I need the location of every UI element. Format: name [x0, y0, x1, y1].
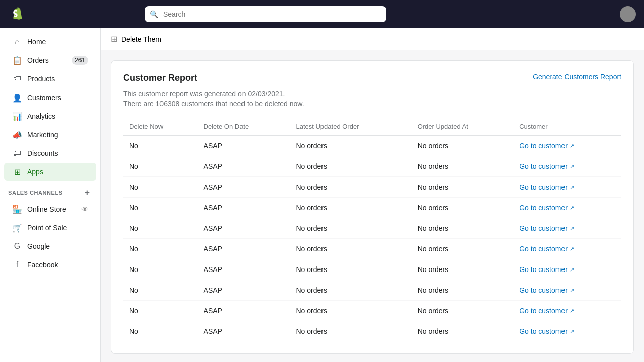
table-row: No ASAP No orders No orders Go to custom… — [123, 301, 621, 321]
cell-delete-now: No — [123, 301, 198, 321]
external-link-icon: ↗ — [570, 163, 574, 170]
sales-channels-header: SALES CHANNELS + — [0, 182, 100, 200]
cell-latest-updated-order: No orders — [290, 301, 411, 321]
col-header-customer: Customer — [513, 118, 621, 136]
cell-customer-link[interactable]: Go to customer ↗ — [513, 301, 621, 321]
sidebar-label-facebook: Facebook — [27, 261, 58, 269]
cell-customer-link[interactable]: Go to customer ↗ — [513, 218, 621, 239]
add-sales-channel-button[interactable]: + — [82, 188, 92, 198]
topbar-actions — [620, 6, 636, 22]
generate-report-link[interactable]: Generate Customers Report — [533, 73, 621, 81]
pos-icon: 🛒 — [12, 223, 22, 233]
shopify-logo — [8, 6, 24, 22]
cell-delete-on-date: ASAP — [198, 301, 290, 321]
orders-icon: 📋 — [12, 55, 22, 65]
sidebar-label-products: Products — [27, 75, 55, 83]
sidebar-item-discounts[interactable]: 🏷 Discounts — [4, 144, 96, 162]
cell-delete-on-date: ASAP — [198, 239, 290, 259]
go-to-customer-link[interactable]: Go to customer ↗ — [519, 245, 615, 253]
cell-customer-link[interactable]: Go to customer ↗ — [513, 280, 621, 301]
cell-delete-now: No — [123, 259, 198, 280]
table-row: No ASAP No orders No orders Go to custom… — [123, 218, 621, 239]
sidebar-item-home[interactable]: ⌂ Home — [4, 33, 96, 51]
col-header-delete-now: Delete Now — [123, 118, 198, 136]
cell-delete-on-date: ASAP — [198, 136, 290, 156]
sidebar-item-online-store[interactable]: 🏪 Online Store 👁 — [4, 200, 96, 218]
go-to-customer-link[interactable]: Go to customer ↗ — [519, 183, 615, 191]
sidebar-item-analytics[interactable]: 📊 Analytics — [4, 107, 96, 125]
table-row: No ASAP No orders No orders Go to custom… — [123, 177, 621, 198]
external-link-icon: ↗ — [570, 328, 574, 335]
cell-customer-link[interactable]: Go to customer ↗ — [513, 198, 621, 218]
go-to-customer-link[interactable]: Go to customer ↗ — [519, 204, 615, 212]
customer-table: Delete Now Delete On Date Latest Updated… — [123, 118, 621, 341]
col-header-order-updated-at: Order Updated At — [412, 118, 514, 136]
sidebar-item-orders[interactable]: 📋 Orders 261 — [4, 51, 96, 69]
external-link-icon: ↗ — [570, 266, 574, 273]
external-link-icon: ↗ — [570, 143, 574, 149]
cell-order-updated-at: No orders — [412, 136, 514, 156]
cell-order-updated-at: No orders — [412, 321, 514, 342]
external-link-icon: ↗ — [570, 205, 574, 211]
sidebar-item-products[interactable]: 🏷 Products — [4, 70, 96, 88]
sidebar-label-online-store: Online Store — [27, 205, 66, 213]
search-bar[interactable]: 🔍 — [145, 6, 386, 22]
cell-delete-now: No — [123, 239, 198, 259]
online-store-visibility-icon: 👁 — [81, 205, 88, 213]
external-link-icon: ↗ — [570, 308, 574, 314]
go-to-customer-link[interactable]: Go to customer ↗ — [519, 265, 615, 274]
main-content: ⊞ Delete Them Customer Report Generate C… — [101, 28, 644, 362]
cell-customer-link[interactable]: Go to customer ↗ — [513, 136, 621, 156]
sidebar-label-apps: Apps — [27, 168, 43, 176]
go-to-customer-link[interactable]: Go to customer ↗ — [519, 162, 615, 170]
go-to-customer-link[interactable]: Go to customer ↗ — [519, 142, 615, 150]
sidebar-item-pos[interactable]: 🛒 Point of Sale — [4, 219, 96, 237]
topbar: 🔍 — [0, 0, 644, 28]
cell-customer-link[interactable]: Go to customer ↗ — [513, 321, 621, 342]
customers-icon: 👤 — [12, 93, 22, 103]
cell-order-updated-at: No orders — [412, 301, 514, 321]
sidebar-item-marketing[interactable]: 📣 Marketing — [4, 126, 96, 144]
go-to-customer-link[interactable]: Go to customer ↗ — [519, 224, 615, 232]
report-header: Customer Report Generate Customers Repor… — [123, 73, 621, 83]
report-title: Customer Report — [123, 73, 197, 83]
cell-delete-now: No — [123, 198, 198, 218]
sidebar-label-customers: Customers — [27, 94, 61, 102]
cell-latest-updated-order: No orders — [290, 321, 411, 342]
sidebar-item-google[interactable]: G Google — [4, 237, 96, 255]
sidebar-item-apps[interactable]: ⊞ Apps — [4, 163, 96, 181]
cell-delete-on-date: ASAP — [198, 156, 290, 177]
cell-customer-link[interactable]: Go to customer ↗ — [513, 177, 621, 198]
cell-delete-on-date: ASAP — [198, 198, 290, 218]
search-icon: 🔍 — [150, 10, 158, 18]
topbar-avatar[interactable] — [620, 6, 636, 22]
cell-delete-now: No — [123, 177, 198, 198]
cell-latest-updated-order: No orders — [290, 280, 411, 301]
cell-latest-updated-order: No orders — [290, 136, 411, 156]
go-to-customer-link[interactable]: Go to customer ↗ — [519, 307, 615, 315]
go-to-customer-link[interactable]: Go to customer ↗ — [519, 286, 615, 294]
sidebar-label-home: Home — [27, 38, 46, 46]
sidebar-item-customers[interactable]: 👤 Customers — [4, 88, 96, 107]
cell-order-updated-at: No orders — [412, 259, 514, 280]
cell-customer-link[interactable]: Go to customer ↗ — [513, 259, 621, 280]
search-input[interactable] — [145, 6, 386, 22]
google-icon: G — [12, 241, 22, 251]
sales-channels-label: SALES CHANNELS — [8, 190, 63, 196]
sidebar-item-facebook[interactable]: f Facebook — [4, 256, 96, 274]
home-icon: ⌂ — [12, 37, 22, 47]
table-row: No ASAP No orders No orders Go to custom… — [123, 280, 621, 301]
cell-delete-now: No — [123, 156, 198, 177]
cell-customer-link[interactable]: Go to customer ↗ — [513, 239, 621, 259]
sidebar-label-pos: Point of Sale — [27, 224, 67, 232]
go-to-customer-link[interactable]: Go to customer ↗ — [519, 327, 615, 335]
external-link-icon: ↗ — [570, 184, 574, 191]
report-generated-date: This customer report was generated on 02… — [123, 89, 621, 98]
content-area: Customer Report Generate Customers Repor… — [101, 50, 644, 362]
sidebar-label-marketing: Marketing — [27, 131, 58, 139]
cell-delete-now: No — [123, 136, 198, 156]
external-link-icon: ↗ — [570, 246, 574, 252]
cell-delete-now: No — [123, 280, 198, 301]
cell-customer-link[interactable]: Go to customer ↗ — [513, 156, 621, 177]
table-row: No ASAP No orders No orders Go to custom… — [123, 259, 621, 280]
